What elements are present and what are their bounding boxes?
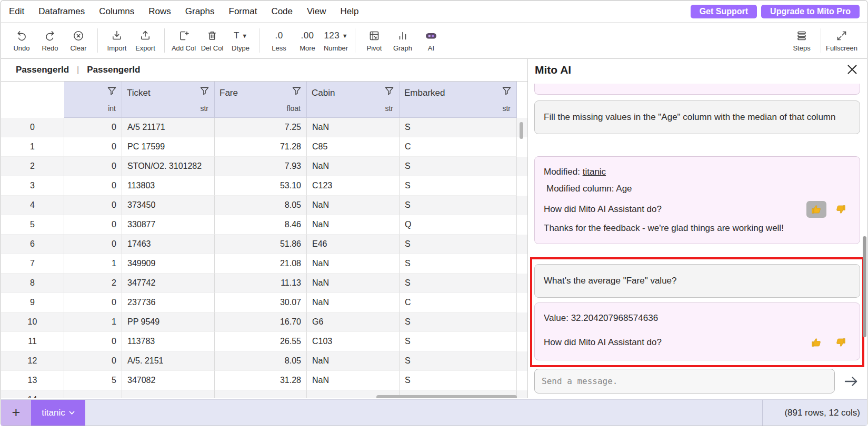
import-button[interactable]: Import bbox=[103, 25, 131, 56]
embarked-cell[interactable]: S bbox=[400, 274, 517, 293]
fare-cell[interactable]: 21.08 bbox=[215, 254, 307, 274]
thumbs-up-icon[interactable] bbox=[806, 334, 826, 351]
filter-icon[interactable] bbox=[384, 86, 394, 98]
int-column-cell[interactable]: 0 bbox=[64, 332, 122, 351]
cabin-cell[interactable]: NaN bbox=[307, 118, 400, 137]
row-index-cell[interactable]: 5 bbox=[1, 215, 64, 235]
cabin-cell[interactable]: NaN bbox=[307, 293, 400, 312]
menu-item[interactable]: Rows bbox=[148, 6, 171, 17]
embarked-cell[interactable]: S bbox=[400, 157, 517, 176]
menu-item[interactable]: Columns bbox=[99, 6, 134, 17]
ai-button[interactable]: AI bbox=[417, 25, 445, 56]
export-button[interactable]: Export bbox=[131, 25, 159, 56]
column-header[interactable]: Fare float bbox=[215, 82, 307, 118]
int-column-cell[interactable]: 0 bbox=[64, 235, 122, 254]
chat-scrollbar[interactable] bbox=[863, 236, 866, 337]
int-column-cell[interactable]: 0 bbox=[64, 351, 122, 371]
close-icon[interactable] bbox=[844, 61, 861, 78]
column-dtype[interactable]: int bbox=[108, 104, 116, 113]
int-column-cell[interactable]: 1 bbox=[64, 254, 122, 274]
ticket-cell[interactable] bbox=[122, 390, 215, 398]
ticket-cell[interactable]: 373450 bbox=[122, 196, 215, 215]
cabin-cell[interactable]: NaN bbox=[307, 157, 400, 176]
delete-column-button[interactable]: Del Col bbox=[198, 25, 226, 56]
menu-item[interactable]: View bbox=[307, 6, 326, 17]
embarked-cell[interactable]: Q bbox=[400, 215, 517, 235]
upgrade-to-pro-button[interactable]: Upgrade to Mito Pro bbox=[761, 5, 860, 18]
menu-item[interactable]: Edit bbox=[9, 6, 24, 17]
add-sheet-button[interactable]: + bbox=[1, 400, 31, 426]
filter-icon[interactable] bbox=[199, 86, 209, 98]
thumbs-down-icon[interactable] bbox=[831, 201, 851, 218]
ticket-cell[interactable]: STON/O2. 3101282 bbox=[122, 157, 215, 176]
fare-cell[interactable]: 8.05 bbox=[215, 196, 307, 215]
menu-item[interactable]: Help bbox=[341, 6, 359, 17]
titanic-link[interactable]: titanic bbox=[583, 167, 606, 177]
pivot-button[interactable]: Pivot bbox=[360, 25, 388, 56]
undo-button[interactable]: Undo bbox=[7, 25, 36, 56]
row-index-cell[interactable]: 13 bbox=[1, 371, 64, 390]
int-column-cell[interactable]: 0 bbox=[64, 176, 122, 196]
row-index-cell[interactable]: 1 bbox=[1, 137, 64, 157]
fare-cell[interactable]: 51.86 bbox=[215, 235, 307, 254]
cabin-cell[interactable]: NaN bbox=[307, 274, 400, 293]
ticket-cell[interactable]: 113803 bbox=[122, 176, 215, 196]
ticket-cell[interactable]: A/5. 2151 bbox=[122, 351, 215, 371]
embarked-cell[interactable]: S bbox=[400, 351, 517, 371]
cabin-cell[interactable]: NaN bbox=[307, 254, 400, 274]
fare-cell[interactable]: 11.13 bbox=[215, 274, 307, 293]
row-index-cell[interactable]: 6 bbox=[1, 235, 64, 254]
column-header[interactable]: int bbox=[64, 82, 122, 118]
column-dtype[interactable]: str bbox=[200, 104, 208, 113]
ticket-cell[interactable]: 113783 bbox=[122, 332, 215, 351]
cabin-cell[interactable]: C85 bbox=[307, 137, 400, 157]
cabin-cell[interactable]: NaN bbox=[307, 215, 400, 235]
get-support-button[interactable]: Get Support bbox=[691, 5, 757, 18]
int-column-cell[interactable]: 0 bbox=[64, 293, 122, 312]
filter-icon[interactable] bbox=[292, 86, 302, 98]
menu-item[interactable]: Code bbox=[271, 6, 293, 17]
row-index-cell[interactable]: 10 bbox=[1, 312, 64, 332]
int-column-cell[interactable]: 2 bbox=[64, 274, 122, 293]
fare-cell[interactable]: 16.70 bbox=[215, 312, 307, 332]
embarked-cell[interactable]: S bbox=[400, 118, 517, 137]
row-index-cell[interactable]: 7 bbox=[1, 254, 64, 274]
fare-cell[interactable]: 7.93 bbox=[215, 157, 307, 176]
int-column-cell[interactable]: 5 bbox=[64, 371, 122, 390]
column-header[interactable]: Cabin str bbox=[307, 82, 400, 118]
fare-cell[interactable]: 8.46 bbox=[215, 215, 307, 235]
row-index-cell[interactable]: 12 bbox=[1, 351, 64, 371]
number-format-button[interactable]: 123 ▼ Number bbox=[322, 25, 350, 56]
int-column-cell[interactable]: 0 bbox=[64, 118, 122, 137]
grid-horizontal-scrollbar[interactable] bbox=[376, 395, 517, 398]
ticket-cell[interactable]: PC 17599 bbox=[122, 137, 215, 157]
embarked-cell[interactable]: S bbox=[400, 312, 517, 332]
sheet-tab-titanic[interactable]: titanic bbox=[31, 400, 85, 426]
cabin-cell[interactable]: G6 bbox=[307, 312, 400, 332]
thumbs-down-icon[interactable] bbox=[831, 334, 851, 351]
embarked-cell[interactable]: C bbox=[400, 293, 517, 312]
column-header[interactable]: Ticket str bbox=[122, 82, 215, 118]
cabin-cell[interactable]: E46 bbox=[307, 235, 400, 254]
row-index-cell[interactable]: 8 bbox=[1, 274, 64, 293]
menu-item[interactable]: Dataframes bbox=[38, 6, 85, 17]
int-column-cell[interactable]: 0 bbox=[64, 215, 122, 235]
embarked-cell[interactable]: S bbox=[400, 196, 517, 215]
fare-cell[interactable]: 8.05 bbox=[215, 351, 307, 371]
cabin-cell[interactable]: C103 bbox=[307, 332, 400, 351]
cabin-cell[interactable]: NaN bbox=[307, 351, 400, 371]
send-message-button[interactable] bbox=[842, 372, 861, 391]
embarked-cell[interactable]: S bbox=[400, 254, 517, 274]
filter-icon[interactable] bbox=[502, 86, 512, 98]
ticket-cell[interactable]: 347082 bbox=[122, 371, 215, 390]
row-index-cell[interactable]: 9 bbox=[1, 293, 64, 312]
fullscreen-button[interactable]: Fullscreen bbox=[826, 25, 857, 56]
embarked-cell[interactable]: C bbox=[400, 137, 517, 157]
graph-button[interactable]: Graph bbox=[388, 25, 417, 56]
embarked-cell[interactable]: S bbox=[400, 235, 517, 254]
menu-item[interactable]: Graphs bbox=[185, 6, 215, 17]
thumbs-up-icon[interactable] bbox=[806, 201, 826, 218]
ticket-cell[interactable]: A/5 21171 bbox=[122, 118, 215, 137]
fare-cell[interactable]: 71.28 bbox=[215, 137, 307, 157]
row-index-cell[interactable]: 11 bbox=[1, 332, 64, 351]
